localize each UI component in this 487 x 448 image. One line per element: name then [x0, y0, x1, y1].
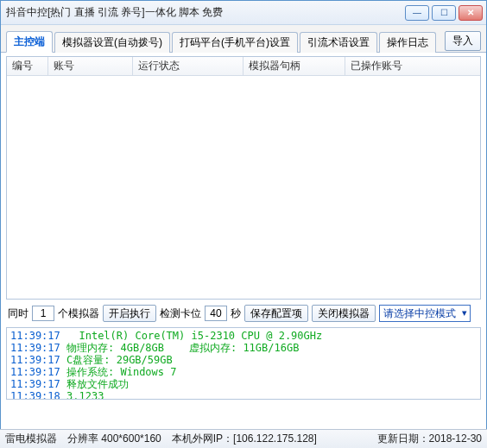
log-line: 11:39:17 Intel(R) Core(TM) i5-2310 CPU @… [10, 330, 477, 342]
close-button[interactable]: ✕ [459, 5, 483, 21]
status-date: 更新日期：2018-12-30 [377, 432, 482, 446]
main-content: 编号 账号 运行状态 模拟器句柄 已操作账号 同时 个模拟器 开启执行 检测卡位… [1, 53, 486, 400]
tab-main[interactable]: 主控端 [6, 31, 53, 53]
log-panel: 11:39:17 Intel(R) Core(TM) i5-2310 CPU @… [6, 327, 481, 400]
detect-input[interactable] [205, 306, 227, 321]
table-body [7, 76, 480, 299]
col-id[interactable]: 编号 [7, 57, 48, 75]
col-status[interactable]: 运行状态 [133, 57, 244, 75]
detect-prefix: 检测卡位 [160, 306, 201, 321]
status-ip: 本机外网IP：[106.122.175.128] [172, 432, 317, 446]
table-header: 编号 账号 运行状态 模拟器句柄 已操作账号 [7, 57, 480, 76]
detect-suffix: 秒 [231, 306, 241, 321]
statusbar: 雷电模拟器 分辨率 400*600*160 本机外网IP：[106.122.17… [0, 429, 487, 448]
tab-captcha-settings[interactable]: 打码平台(手机平台)设置 [172, 32, 298, 53]
controls-row: 同时 个模拟器 开启执行 检测卡位 秒 保存配置项 关闭模拟器 请选择中控模式 [6, 300, 481, 327]
tabs-row: 主控端 模拟器设置(自动拨号) 打码平台(手机平台)设置 引流术语设置 操作日志… [1, 25, 486, 53]
tab-op-log[interactable]: 操作日志 [379, 32, 436, 53]
log-line: 11:39:17 释放文件成功 [10, 378, 477, 390]
start-button[interactable]: 开启执行 [103, 305, 156, 322]
import-button[interactable]: 导入 [445, 31, 481, 51]
mode-select[interactable]: 请选择中控模式 [379, 305, 471, 322]
tab-emulator-settings[interactable]: 模拟器设置(自动拨号) [54, 32, 170, 53]
log-line: 11:39:17 操作系统: Windows 7 [10, 366, 477, 378]
tab-drain-terms[interactable]: 引流术语设置 [300, 32, 377, 53]
data-table: 编号 账号 运行状态 模拟器句柄 已操作账号 [6, 56, 481, 300]
log-line: 11:39:17 物理内存: 4GB/8GB 虚拟内存: 11GB/16GB [10, 342, 477, 354]
sametime-input[interactable] [32, 306, 54, 321]
window-buttons: — ☐ ✕ [405, 5, 483, 21]
status-emulator: 雷电模拟器 [5, 432, 57, 446]
save-config-button[interactable]: 保存配置项 [244, 305, 308, 322]
sametime-prefix: 同时 [8, 306, 28, 321]
col-account[interactable]: 账号 [48, 57, 133, 75]
col-operated[interactable]: 已操作账号 [345, 57, 480, 75]
log-line: 11:39:17 C盘容量: 29GB/59GB [10, 354, 477, 366]
status-res: 分辨率 400*600*160 [67, 432, 161, 446]
window-title: 抖音中控[热门 直播 引流 养号]一体化 脚本 免费 [6, 5, 405, 20]
maximize-button[interactable]: ☐ [432, 5, 456, 21]
sametime-suffix: 个模拟器 [58, 306, 99, 321]
titlebar: 抖音中控[热门 直播 引流 养号]一体化 脚本 免费 — ☐ ✕ [1, 1, 486, 25]
minimize-button[interactable]: — [405, 5, 429, 21]
log-line: 11:39:18 3.1233 [10, 390, 477, 400]
close-emulator-button[interactable]: 关闭模拟器 [312, 305, 376, 322]
col-handle[interactable]: 模拟器句柄 [244, 57, 345, 75]
